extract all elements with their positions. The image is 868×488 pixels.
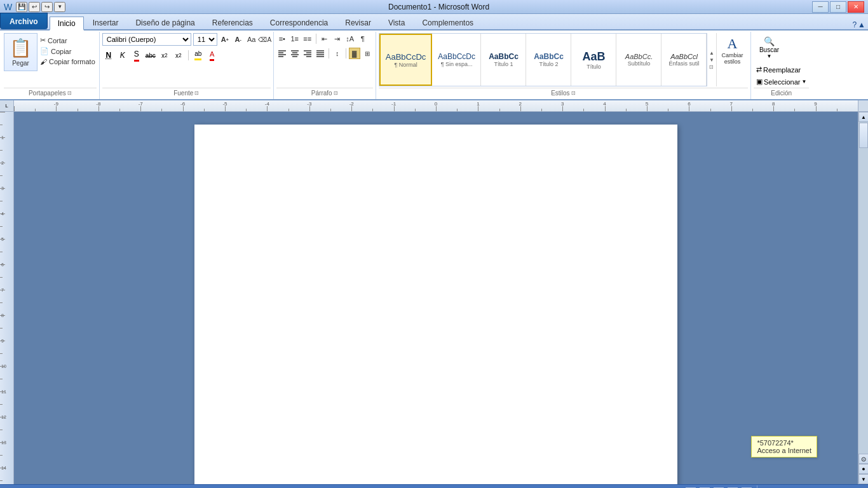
ruler: -9-8-7-6-5-4-3-2-10123456789: [14, 100, 858, 112]
styles-scroll-up-button[interactable]: ▲: [709, 50, 715, 57]
minimize-button[interactable]: ─: [812, 1, 829, 13]
tab-revisar[interactable]: Revisar: [337, 15, 379, 29]
style-enfasis-text: AaBbCcl: [670, 53, 698, 60]
document-page[interactable]: [194, 125, 677, 484]
scroll-down-button[interactable]: ▼: [858, 474, 868, 484]
edicion-content: 🔍 Buscar ▼ ⇄ Reemplazar ▣ Seleccionar ▼: [754, 33, 809, 86]
bullets-button[interactable]: ≡•: [276, 33, 288, 44]
tab-correspondencia[interactable]: Correspondencia: [262, 15, 336, 29]
save-button[interactable]: 💾: [16, 2, 27, 12]
document-area[interactable]: [14, 112, 858, 484]
style-titulo2[interactable]: AaBbCc Título 2: [527, 34, 571, 86]
fuente-expand-icon[interactable]: ⊡: [194, 90, 199, 96]
scroll-track[interactable]: [858, 122, 868, 454]
font-color-button[interactable]: A: [206, 49, 219, 62]
seleccionar-button[interactable]: ▣ Seleccionar ▼: [754, 77, 809, 86]
style-normal-text: AaBbCcDc: [386, 52, 426, 62]
subscript-button[interactable]: x2: [158, 49, 171, 62]
next-page-button-select[interactable]: ●: [858, 464, 868, 474]
tab-archivo[interactable]: Archivo: [0, 13, 48, 29]
style-subtitulo[interactable]: AaBbCc. Subtítulo: [617, 34, 661, 86]
tab-diseno[interactable]: Diseño de página: [127, 15, 203, 29]
quick-access-toolbar: W 💾 ↩ ↪ ▼: [4, 2, 65, 12]
cambiar-estilos-button[interactable]: A Cambiar estilos: [716, 33, 748, 86]
maximize-button[interactable]: □: [830, 1, 846, 13]
strikethrough-button[interactable]: abc: [144, 49, 157, 62]
italic-button[interactable]: K: [116, 49, 129, 62]
paste-button[interactable]: 📋 Pegar: [4, 33, 37, 71]
show-marks-button[interactable]: ¶: [357, 33, 369, 44]
parrafo-expand-icon[interactable]: ⊡: [334, 90, 338, 96]
parrafo-group: ≡• 1≡ ≡≡ ⇤ ⇥ ↕A ¶: [274, 32, 376, 99]
bold-button[interactable]: N: [102, 49, 115, 62]
minimize-ribbon-icon[interactable]: ▲: [858, 20, 865, 29]
style-normal[interactable]: AaBbCcDc ¶ Normal: [379, 34, 433, 86]
increase-indent-button[interactable]: ⇥: [332, 33, 343, 44]
parrafo-row2: ↕ ▓ ⊞: [276, 48, 373, 59]
cut-button[interactable]: ✂ Cortar: [39, 36, 97, 45]
style-titulo1[interactable]: AaBbCc Título 1: [482, 34, 526, 86]
align-left-button[interactable]: [276, 48, 288, 59]
title-bar: W 💾 ↩ ↪ ▼ Documento1 - Microsoft Word ─ …: [0, 0, 868, 14]
ruler-right: [858, 100, 868, 112]
redo-button[interactable]: ↪: [41, 2, 53, 12]
align-right-button[interactable]: [302, 48, 313, 59]
buscar-button[interactable]: 🔍 Buscar ▼: [754, 33, 785, 62]
text-highlight-button[interactable]: ab: [192, 49, 205, 62]
styles-scroll-down-button[interactable]: ▼: [709, 57, 715, 64]
style-enfasis[interactable]: AaBbCcl Énfasis sutil: [662, 34, 707, 86]
style-titulo2-text: AaBbCc: [534, 52, 564, 61]
font-grow-button[interactable]: A+: [219, 34, 231, 45]
portapapeles-expand-icon[interactable]: ⊡: [67, 90, 72, 96]
copy-button[interactable]: 📄 Copiar: [39, 46, 97, 56]
scroll-thumb[interactable]: [859, 123, 868, 148]
decrease-indent-button[interactable]: ⇤: [319, 33, 330, 44]
superscript-button[interactable]: x2: [172, 49, 185, 62]
format-painter-button[interactable]: 🖌 Copiar formato: [39, 57, 97, 66]
estilos-expand-icon[interactable]: ⊡: [571, 90, 576, 96]
tab-vista[interactable]: Vista: [380, 15, 413, 29]
underline-button[interactable]: S: [130, 49, 143, 62]
reemplazar-label: Reemplazar: [763, 66, 801, 74]
multilevel-button[interactable]: ≡≡: [302, 33, 313, 44]
font-size-select[interactable]: 11: [193, 33, 217, 46]
style-sinesp[interactable]: AaBbCcDc ¶ Sin espa...: [433, 34, 481, 86]
tab-inicio[interactable]: Inicio: [50, 17, 84, 30]
portapapeles-content: 📋 Pegar ✂ Cortar 📄 Copiar 🖌 Copiar forma…: [4, 33, 97, 86]
clear-format-button[interactable]: ⌫A: [259, 34, 271, 45]
seleccionar-icon: ▣: [756, 78, 763, 86]
undo-button[interactable]: ↩: [29, 2, 40, 12]
sort-button[interactable]: ↕A: [344, 33, 356, 44]
font-shrink-button[interactable]: A-: [233, 34, 244, 45]
align-center-button[interactable]: [289, 48, 301, 59]
font-row2: N K S abc x2 x2 ab A: [102, 49, 219, 62]
help-icon[interactable]: ?: [852, 20, 857, 29]
style-titulo1-label: Título 1: [494, 61, 513, 67]
ruler-corner-button[interactable]: L: [0, 100, 14, 112]
font-name-select[interactable]: Calibri (Cuerpo): [102, 33, 191, 46]
quick-access-more-button[interactable]: ▼: [54, 2, 65, 12]
tab-referencias[interactable]: Referencias: [204, 15, 261, 29]
scroll-bar-vertical[interactable]: ▲ ⊙ ● ▼: [858, 112, 868, 484]
borders-button[interactable]: ⊞: [362, 48, 373, 59]
portapapeles-label: Portapapeles ⊡: [4, 88, 97, 98]
tab-complementos[interactable]: Complementos: [414, 15, 482, 29]
reemplazar-button[interactable]: ⇄ Reemplazar: [754, 65, 803, 74]
style-normal-label: ¶ Normal: [394, 62, 417, 68]
fuente-content: Calibri (Cuerpo) 11 A+ A- Aa ⌫A N K S ab…: [102, 33, 271, 86]
justify-button[interactable]: [315, 48, 326, 59]
tab-insertar[interactable]: Insertar: [85, 15, 127, 29]
shading-button[interactable]: ▓: [349, 48, 360, 59]
clipboard-small-buttons: ✂ Cortar 📄 Copiar 🖌 Copiar formato: [39, 33, 97, 66]
line-spacing-button[interactable]: ↕: [332, 48, 343, 59]
scroll-up-button[interactable]: ▲: [858, 112, 868, 122]
numbering-button[interactable]: 1≡: [289, 33, 301, 44]
close-button[interactable]: ✕: [848, 1, 864, 13]
title-bar-left: W 💾 ↩ ↪ ▼: [4, 2, 65, 12]
fuente-group: Calibri (Cuerpo) 11 A+ A- Aa ⌫A N K S ab…: [100, 32, 274, 99]
styles-more-button[interactable]: ⊡: [709, 64, 715, 71]
style-titulo[interactable]: AaB Título: [572, 34, 616, 86]
prev-page-button[interactable]: ⊙: [858, 454, 868, 464]
estilos-label: Estilos ⊡: [379, 88, 748, 98]
change-case-button[interactable]: Aa: [246, 34, 257, 45]
